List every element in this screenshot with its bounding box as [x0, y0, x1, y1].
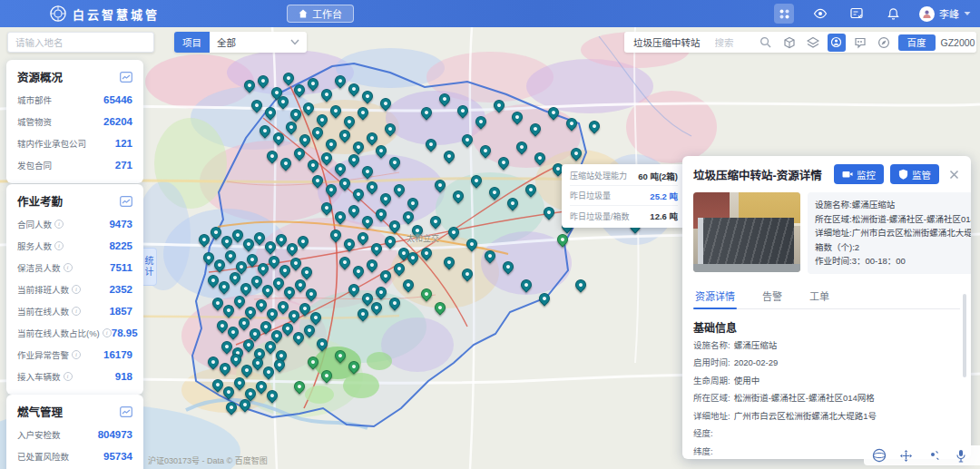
map-marker[interactable]: [519, 278, 534, 293]
map-marker[interactable]: [469, 173, 485, 189]
info-icon[interactable]: i: [103, 328, 112, 337]
map-marker[interactable]: [401, 278, 416, 293]
map-marker[interactable]: [319, 87, 335, 103]
map-marker[interactable]: [528, 122, 544, 137]
workbench-button[interactable]: 工作台: [287, 5, 354, 23]
map-marker[interactable]: [360, 89, 376, 104]
map-marker[interactable]: [569, 146, 584, 161]
map-marker[interactable]: [221, 303, 237, 318]
map-marker[interactable]: [378, 269, 394, 284]
map-marker[interactable]: [218, 361, 233, 376]
map-marker[interactable]: [419, 105, 435, 121]
map-marker[interactable]: [446, 225, 462, 240]
map-marker[interactable]: [328, 228, 344, 243]
map-marker[interactable]: [265, 149, 280, 164]
map-marker[interactable]: [374, 207, 389, 222]
map-marker[interactable]: [356, 230, 371, 246]
layers-tool-button[interactable]: [804, 34, 822, 52]
map-marker[interactable]: [542, 205, 557, 220]
map-marker[interactable]: [333, 210, 348, 225]
map-marker[interactable]: [356, 307, 371, 322]
map-marker[interactable]: [324, 137, 339, 152]
voice-tool-button[interactable]: [851, 34, 869, 52]
map-marker[interactable]: [342, 114, 358, 130]
info-icon[interactable]: i: [64, 372, 73, 381]
map-marker[interactable]: [333, 348, 348, 364]
map-marker[interactable]: [378, 96, 394, 112]
map-marker[interactable]: [338, 128, 353, 143]
project-filter[interactable]: 项目 全部: [174, 32, 307, 53]
map-marker[interactable]: [306, 158, 321, 173]
map-marker[interactable]: [419, 287, 435, 302]
map-marker[interactable]: [496, 155, 512, 171]
map-marker[interactable]: [298, 132, 313, 148]
map-marker[interactable]: [360, 164, 376, 180]
info-icon[interactable]: i: [54, 241, 64, 250]
map-marker[interactable]: [347, 282, 362, 298]
map-marker[interactable]: [256, 73, 271, 89]
map-marker[interactable]: [392, 261, 407, 277]
map-marker[interactable]: [587, 119, 603, 134]
eye-button[interactable]: [810, 4, 830, 24]
map-marker[interactable]: [351, 187, 367, 202]
map-marker[interactable]: [333, 161, 348, 177]
map-marker[interactable]: [299, 265, 315, 280]
pan-control[interactable]: [898, 448, 914, 464]
map-marker[interactable]: [401, 210, 416, 225]
tab-告警[interactable]: 告警: [760, 284, 784, 308]
marker-layer-button[interactable]: [828, 34, 846, 52]
map-marker[interactable]: [319, 368, 335, 384]
map-marker[interactable]: [342, 237, 358, 252]
map-marker[interactable]: [324, 182, 339, 198]
map-marker[interactable]: [374, 285, 389, 300]
user-menu[interactable]: 李峰: [919, 6, 971, 22]
map-marker[interactable]: [347, 359, 362, 375]
map-marker[interactable]: [460, 267, 475, 282]
map-marker[interactable]: [387, 219, 403, 234]
map-marker[interactable]: [356, 105, 371, 121]
map-marker[interactable]: [501, 259, 516, 275]
map-marker[interactable]: [263, 105, 279, 121]
tab-工单[interactable]: 工单: [808, 284, 831, 308]
map-marker[interactable]: [451, 189, 466, 204]
search-button[interactable]: [757, 34, 775, 52]
map-marker[interactable]: [338, 176, 353, 191]
map-marker[interactable]: [271, 131, 287, 146]
chart-icon[interactable]: [120, 72, 132, 83]
info-icon[interactable]: i: [64, 263, 73, 272]
map-marker[interactable]: [406, 196, 421, 211]
map-marker[interactable]: [328, 103, 344, 119]
panel-scrollbar[interactable]: [963, 294, 966, 377]
map-marker[interactable]: [424, 137, 439, 152]
map-marker[interactable]: [306, 355, 321, 370]
map-marker[interactable]: [309, 310, 324, 326]
tab-资源详情[interactable]: 资源详情: [693, 284, 737, 308]
map-marker[interactable]: [555, 232, 571, 248]
info-icon[interactable]: i: [72, 350, 81, 359]
map-marker[interactable]: [338, 255, 353, 270]
notifications-button[interactable]: [883, 4, 903, 24]
map-marker[interactable]: [258, 123, 273, 139]
map-marker[interactable]: [442, 255, 457, 270]
panorama-control[interactable]: [871, 448, 887, 464]
map-marker[interactable]: [197, 232, 212, 248]
info-icon[interactable]: i: [72, 285, 81, 294]
map-marker[interactable]: [478, 143, 494, 159]
map-marker[interactable]: [383, 122, 398, 137]
map-marker[interactable]: [433, 178, 448, 193]
place-search-input[interactable]: [7, 32, 154, 53]
chart-icon[interactable]: [120, 196, 132, 207]
map-marker[interactable]: [365, 180, 380, 195]
map-marker[interactable]: [279, 156, 294, 171]
map-marker[interactable]: [378, 191, 394, 207]
map-marker[interactable]: [564, 116, 580, 132]
map-marker[interactable]: [514, 140, 530, 155]
map-marker[interactable]: [306, 76, 321, 92]
box-tool-button[interactable]: [780, 34, 799, 52]
map-marker[interactable]: [383, 234, 398, 249]
map-marker[interactable]: [365, 258, 380, 273]
map-marker[interactable]: [374, 143, 389, 159]
monitor-button[interactable]: 监控: [834, 164, 884, 184]
info-icon[interactable]: i: [54, 220, 64, 229]
apps-grid-button[interactable]: [774, 4, 794, 24]
